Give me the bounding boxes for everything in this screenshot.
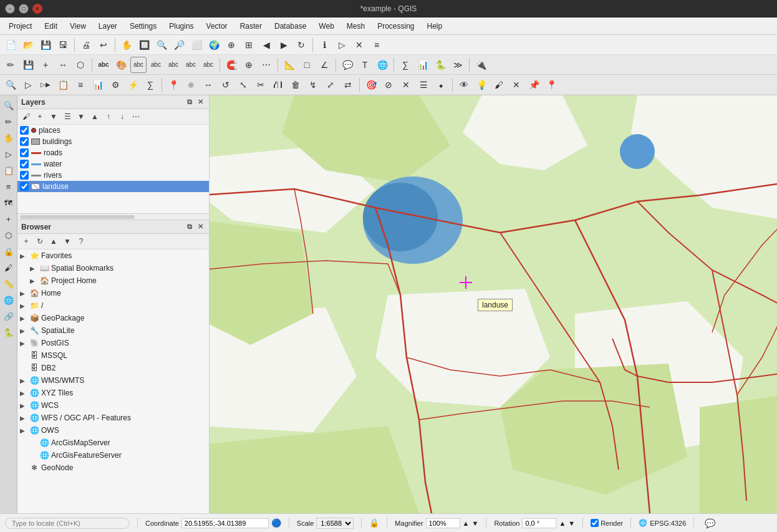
snap-layer-button[interactable]: ☰ [415,77,432,93]
digitize-more-button[interactable]: ⋯ [258,57,274,73]
open-attribute-button[interactable]: ≡ [369,37,385,53]
split-button[interactable]: ✂ [253,77,269,93]
menu-layer[interactable]: Layer [92,19,123,33]
sidebar-3d-icon[interactable]: 🌐 [1,293,16,307]
filter-button[interactable]: ∑ [142,77,158,93]
advanced-digitize-button[interactable]: ⊕ [241,57,257,73]
sidebar-measure-icon[interactable]: 📏 [1,276,16,291]
calc-button[interactable]: ∑ [397,57,413,73]
snapping-on-button[interactable]: 🎯 [363,77,379,93]
layer-collapse-all-button[interactable]: ▼ [75,110,87,123]
zoom-in-button[interactable]: 🔍 [153,37,170,53]
pan-button[interactable]: ✋ [118,37,135,53]
move-feature-button[interactable]: ↔ [55,57,71,73]
proc-button[interactable]: ⚡ [125,77,141,93]
layer-checkbox-landuse[interactable] [20,182,29,191]
zoom-full-button[interactable]: 🌍 [206,37,222,53]
identify2-button[interactable]: 🔍 [2,77,19,93]
layer-checkbox-roads[interactable] [20,148,29,157]
label-pin-button[interactable]: abc [148,57,164,73]
browser-item-spatialite[interactable]: ▶ 🔧 SpatiaLite [17,324,209,337]
python-button[interactable]: 🐍 [432,57,448,73]
pan-to-selection-button[interactable]: 🔲 [136,37,152,53]
maximize-button[interactable]: □ [19,4,29,14]
browser-item-mssql[interactable]: 🗄 MSSQL [17,349,209,362]
lock-icon[interactable]: 🔒 [369,518,379,528]
show-tips-button[interactable]: 💡 [473,77,490,93]
coordinate-input[interactable] [181,518,269,528]
stat-button[interactable]: 📊 [415,57,431,73]
edit-button[interactable]: ✏ [2,57,19,73]
minimize-button[interactable]: − [5,4,15,14]
rotation-spinner-up[interactable]: ▲ [559,520,566,527]
label-style-button[interactable]: abc [130,57,147,73]
rotation-spinner-down[interactable]: ▼ [568,520,575,527]
browser-add-button[interactable]: + [20,235,32,248]
browser-refresh-button[interactable]: ↻ [34,235,46,248]
layer-item-roads[interactable]: roads [17,147,209,158]
open-layer-style-button[interactable]: 🖌 [20,110,32,123]
layer-remove-button[interactable]: ↑ [102,110,115,123]
menu-database[interactable]: Database [268,19,312,33]
browser-item-db2[interactable]: 🗄 DB2 [17,362,209,374]
locate-input[interactable] [5,518,130,529]
layer-item-rivers[interactable]: rivers [17,170,209,181]
stats2-button[interactable]: 📊 [90,77,106,93]
sidebar-pan-icon[interactable]: ✋ [1,130,16,145]
save-project-button[interactable]: 💾 [37,37,54,53]
save-as-button[interactable]: 🖫 [55,37,71,53]
browser-help-button[interactable]: ? [75,235,87,248]
zoom-rubber-band-button[interactable]: ⬜ [188,37,205,53]
select-dist-button[interactable]: ◎ [183,77,199,93]
table-button[interactable]: ≡ [72,77,89,93]
refresh-button[interactable]: ↻ [293,37,309,53]
sidebar-identify-icon[interactable]: 🔍 [1,98,16,113]
browser-item-spatial-bookmarks[interactable]: ▶ 📖 Spatial Bookmarks [17,262,209,274]
zoom-selection-button[interactable]: ⊕ [223,37,239,53]
sidebar-map-icon[interactable]: 🗺 [1,195,16,210]
sidebar-edit-icon[interactable]: ✏ [1,114,16,129]
layer-expand-all-button[interactable]: ▲ [89,110,101,123]
more-button[interactable]: ≫ [450,57,466,73]
plugins-button[interactable]: 🔌 [473,57,489,73]
new-project-button[interactable]: 📄 [2,37,19,53]
epsg-section[interactable]: 🌐 EPSG:4326 [639,519,686,527]
zoom-previous-button[interactable]: ◀ [258,37,274,53]
browser-item-geopackage[interactable]: ▶ 📦 GeoPackage [17,312,209,324]
snapping-off-button[interactable]: ⊘ [380,77,397,93]
scale-select[interactable]: 1:6588 [316,518,354,529]
open-project-button[interactable]: 📂 [20,37,36,53]
add-feature-button[interactable]: + [37,57,54,73]
select-button[interactable]: ▷ [334,37,350,53]
layers-float-button[interactable]: ⧉ [185,97,194,107]
offset-button[interactable]: ⤢ [322,77,339,93]
layer-item-buildings[interactable]: buildings [17,136,209,147]
layer-remove2-button[interactable]: ↓ [116,110,128,123]
sidebar-form-icon[interactable]: 📋 [1,163,16,178]
current-edits-button[interactable]: 💾 [20,57,36,73]
browser-item-root[interactable]: ▶ 📁 / [17,299,209,312]
menu-processing[interactable]: Processing [371,19,420,33]
layer-checkbox-buildings[interactable] [20,137,29,146]
layer-item-landuse[interactable]: landuse [17,181,209,192]
layer-item-water[interactable]: water [17,158,209,170]
add-layer-button[interactable]: + [34,110,46,123]
node-tool-button[interactable]: ⬡ [72,57,89,73]
label-move-button[interactable]: abc [183,57,199,73]
merge-button[interactable]: ⛙ [270,77,286,93]
move-feature2-button[interactable]: ↔ [200,77,216,93]
snap-vertex-button[interactable]: ⬥ [433,77,449,93]
magnifier-spinner-down[interactable]: ▼ [472,520,479,527]
browser-item-wfs[interactable]: ▶ 🌐 WFS / OGC API - Features [17,412,209,424]
sidebar-network-icon[interactable]: 🔗 [1,309,16,324]
sidebar-table-icon[interactable]: ≡ [1,179,16,194]
pin-button[interactable]: 📌 [526,77,542,93]
measure-button[interactable]: 📐 [281,57,297,73]
sidebar-paint-icon[interactable]: 🖌 [1,260,16,275]
style-button[interactable]: 🖌 [491,77,507,93]
measure-angle-button[interactable]: ∠ [316,57,332,73]
layer-checkbox-places[interactable] [20,126,29,135]
browser-item-favorites[interactable]: ▶ ⭐ Favorites [17,249,209,262]
menu-project[interactable]: Project [2,19,38,33]
select2-button[interactable]: ▷ [20,77,36,93]
